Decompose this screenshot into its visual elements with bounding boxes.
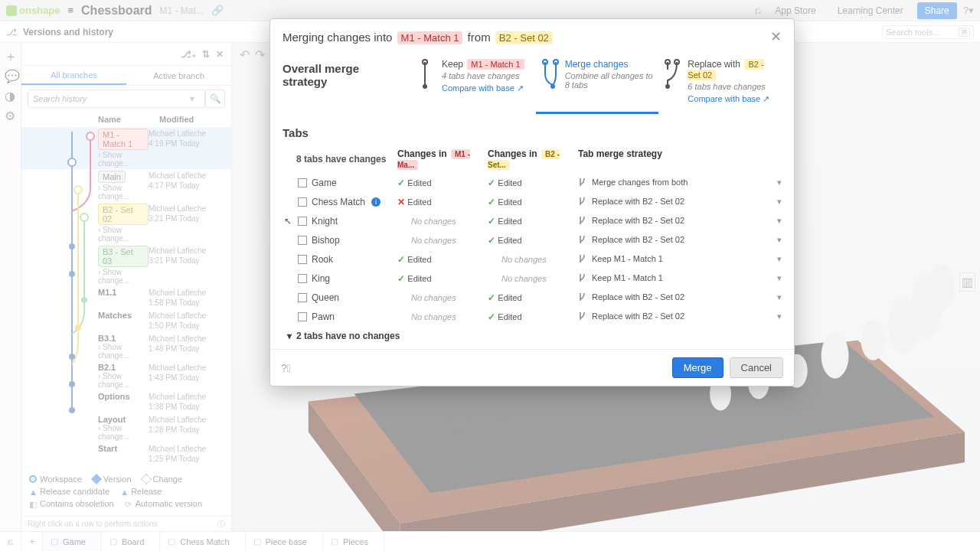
strategy-select[interactable]: Replace with B2 - Set 02▾: [578, 214, 782, 228]
merge-button[interactable]: Merge: [672, 357, 724, 378]
tab-icon: [298, 255, 307, 264]
col-header-b2: Changes in B2 - Set...: [488, 148, 578, 170]
tabs-section-label: Tabs: [283, 126, 782, 139]
tab-icon: [298, 312, 307, 321]
tab-row[interactable]: QueenNo changes✓ EditedReplace with B2 -…: [283, 288, 782, 307]
chevron-down-icon: ▾: [287, 331, 292, 341]
strategy-select[interactable]: Keep M1 - Match 1▾: [578, 271, 782, 285]
no-changes-section[interactable]: ▾2 tabs have no changes: [283, 326, 782, 341]
svg-point-39: [665, 84, 670, 89]
compare-link[interactable]: Compare with base ↗: [688, 94, 769, 104]
tab-row[interactable]: BishopNo changes✓ EditedReplace with B2 …: [283, 230, 782, 249]
tab-row[interactable]: ↖KnightNo changes✓ EditedReplace with B2…: [283, 211, 782, 230]
cancel-button[interactable]: Cancel: [730, 357, 783, 378]
tab-row[interactable]: King✓ EditedNo changesKeep M1 - Match 1▾: [283, 269, 782, 288]
dialog-title: Merging changes into M1 - Match 1 from B…: [283, 31, 554, 44]
svg-point-36: [550, 84, 555, 89]
strategy-label: Overall merge strategy: [283, 59, 390, 88]
strategy-select[interactable]: Keep M1 - Match 1▾: [578, 252, 782, 266]
tab-row[interactable]: PawnNo changes✓ EditedReplace with B2 - …: [283, 307, 782, 326]
tab-icon: [298, 178, 307, 187]
strategy-select[interactable]: Merge changes from both▾: [578, 175, 782, 190]
strategy-merge[interactable]: Merge changes Combine all changes to 8 t…: [536, 59, 659, 114]
tabs-table: 8 tabs have changes Changes in M1 - Ma..…: [283, 145, 782, 341]
tab-row[interactable]: Game✓ Edited✓ EditedMerge changes from b…: [283, 173, 782, 192]
svg-point-33: [423, 84, 427, 89]
col-header-strategy: Tab merge strategy: [578, 148, 782, 170]
col-header-m1: Changes in M1 - Ma...: [397, 148, 488, 170]
tab-row[interactable]: Chess Matchi✕ Edited✓ EditedReplace with…: [283, 192, 782, 211]
close-icon[interactable]: ✕: [770, 28, 782, 45]
tab-row[interactable]: Rook✓ EditedNo changesKeep M1 - Match 1▾: [283, 249, 782, 269]
tab-icon: [298, 197, 307, 207]
strategy-replace[interactable]: Replace with B2 - Set 02 6 tabs have cha…: [658, 59, 782, 114]
tab-icon: [298, 293, 307, 302]
merge-dialog: Merging changes into M1 - Match 1 from B…: [270, 18, 795, 386]
tab-icon: [298, 274, 307, 283]
compare-link[interactable]: Compare with base ↗: [442, 83, 524, 93]
tab-icon: [298, 236, 307, 245]
strategy-select[interactable]: Replace with B2 - Set 02▾: [578, 233, 782, 247]
tab-icon: [298, 217, 307, 226]
strategy-select[interactable]: Replace with B2 - Set 02▾: [578, 194, 782, 209]
strategy-keep[interactable]: Keep M1 - Match 1 4 tabs have changes Co…: [413, 59, 536, 114]
info-icon[interactable]: i: [371, 197, 381, 207]
strategy-select[interactable]: Replace with B2 - Set 02▾: [578, 309, 782, 324]
strategy-select[interactable]: Replace with B2 - Set 02▾: [578, 290, 782, 305]
col-header-tabs: 8 tabs have changes: [283, 148, 397, 170]
help-icon[interactable]: ?⃝: [281, 362, 291, 374]
